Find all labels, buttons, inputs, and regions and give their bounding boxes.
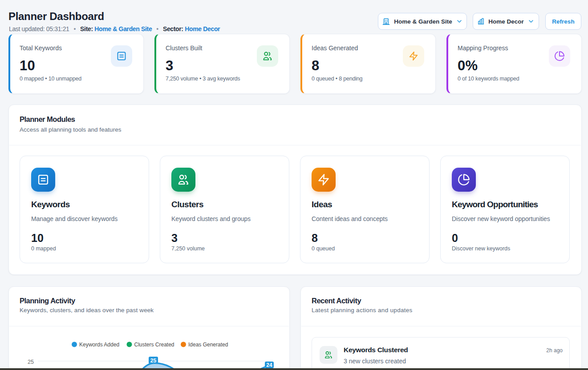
svg-text:24: 24	[266, 362, 272, 368]
svg-text:Clusters Created: Clusters Created	[134, 342, 174, 348]
svg-text:25: 25	[150, 358, 157, 364]
svg-text:Keywords Added: Keywords Added	[79, 342, 119, 348]
svg-text:Ideas Generated: Ideas Generated	[188, 342, 228, 348]
svg-text:25: 25	[28, 359, 34, 365]
